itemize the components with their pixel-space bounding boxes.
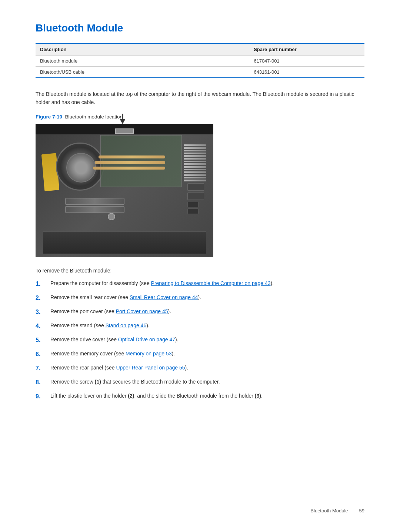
heatsink-pipe-1 (99, 155, 165, 158)
step-link[interactable]: Stand on page 46 (106, 322, 147, 328)
table-row: Bluetooth/USB cable643161-001 (36, 67, 364, 78)
page-title: Bluetooth Module (36, 22, 364, 34)
step-number: 6. (36, 350, 47, 359)
arrow-down-icon (119, 114, 126, 124)
step-text: Remove the screw (1) that secures the Bl… (50, 378, 364, 386)
intro-paragraph: The Bluetooth module is located at the t… (36, 90, 364, 107)
step-link[interactable]: Port Cover on page 45 (116, 308, 168, 314)
table-cell-spare-part: 617047-001 (249, 56, 364, 67)
steps-list: 1.Prepare the computer for disassembly (… (36, 280, 364, 401)
list-item: 2.Remove the small rear cover (see Small… (36, 294, 364, 302)
list-item: 5.Remove the drive cover (see Optical Dr… (36, 336, 364, 345)
memory-slot-2 (65, 206, 124, 213)
instructions-intro: To remove the Bluetooth module: (36, 268, 364, 274)
bluetooth-module-highlight (115, 128, 134, 134)
step-text: Remove the drive cover (see Optical Driv… (50, 336, 364, 344)
step-link[interactable]: Upper Rear Panel on page 55 (116, 365, 185, 371)
figure-image (36, 124, 213, 257)
step-text: Remove the memory cover (see Memory on p… (50, 350, 364, 358)
chip-2 (187, 193, 204, 200)
chip-4 (187, 208, 199, 214)
step-number: 5. (36, 336, 47, 345)
memory-slot-1 (65, 198, 124, 205)
step-number: 2. (36, 294, 47, 302)
bottom-area (43, 231, 206, 254)
step-text: Lift the plastic lever on the holder (2)… (50, 392, 364, 400)
table-cell-description: Bluetooth module (36, 56, 249, 67)
page-footer: Bluetooth Module 59 (310, 508, 364, 513)
heatsink-fins (184, 144, 206, 181)
right-chips (187, 183, 208, 215)
table-header-spare-part: Spare part number (249, 43, 364, 56)
footer-title: Bluetooth Module (310, 508, 348, 513)
step-link[interactable]: Optical Drive on page 47 (118, 337, 175, 342)
figure-label: Figure 7-19 (36, 114, 62, 120)
list-item: 1.Prepare the computer for disassembly (… (36, 280, 364, 288)
chip-3 (187, 202, 199, 207)
step-link[interactable]: Memory on page 53 (126, 351, 172, 357)
chip-1 (187, 183, 204, 191)
step-text: Remove the small rear cover (see Small R… (50, 294, 364, 301)
heatsink-pipe-2 (95, 161, 165, 164)
table-header-description: Description (36, 43, 249, 56)
board-button (108, 213, 115, 220)
footer-page-number: 59 (359, 508, 364, 513)
step-text: Prepare the computer for disassembly (se… (50, 280, 364, 287)
step-number: 1. (36, 280, 47, 288)
list-item: 6.Remove the memory cover (see Memory on… (36, 350, 364, 359)
step-number: 9. (36, 392, 47, 401)
list-item: 7.Remove the rear panel (see Upper Rear … (36, 364, 364, 373)
step-link[interactable]: Small Rear Cover on page 44 (130, 294, 198, 300)
step-number: 3. (36, 308, 47, 317)
step-text: Remove the stand (see Stand on page 46). (50, 322, 364, 329)
figure-caption: Figure 7-19 Bluetooth module location (36, 114, 364, 120)
list-item: 3.Remove the port cover (see Port Cover … (36, 308, 364, 317)
step-number: 7. (36, 364, 47, 373)
list-item: 4.Remove the stand (see Stand on page 46… (36, 322, 364, 331)
table-cell-description: Bluetooth/USB cable (36, 67, 249, 78)
step-text: Remove the port cover (see Port Cover on… (50, 308, 364, 315)
table-row: Bluetooth module617047-001 (36, 56, 364, 67)
step-link[interactable]: Preparing to Disassemble the Computer on… (151, 280, 271, 286)
heatsink-pipe-3 (93, 167, 165, 170)
list-item: 9.Lift the plastic lever on the holder (… (36, 392, 364, 401)
step-number: 4. (36, 322, 47, 331)
step-text: Remove the rear panel (see Upper Rear Pa… (50, 364, 364, 372)
fan-inner (66, 153, 96, 183)
table-cell-spare-part: 643161-001 (249, 67, 364, 78)
step-number: 8. (36, 378, 47, 387)
memory-area (65, 198, 124, 217)
parts-table: Description Spare part number Bluetooth … (36, 43, 364, 78)
figure-container (36, 124, 213, 257)
list-item: 8.Remove the screw (1) that secures the … (36, 378, 364, 387)
figure-caption-desc: Bluetooth module location (65, 114, 123, 120)
